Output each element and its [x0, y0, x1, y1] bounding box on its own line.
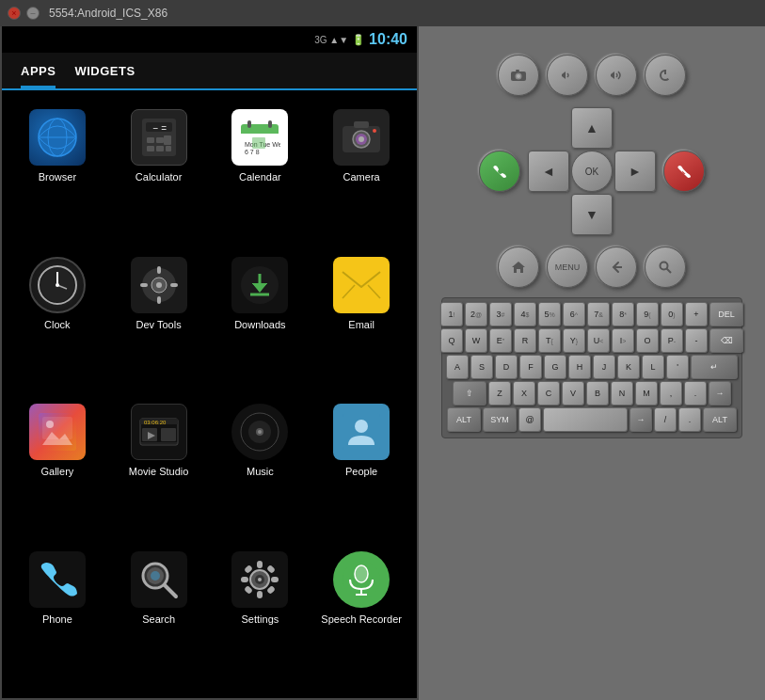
- tab-widgets[interactable]: WIDGETS: [74, 53, 135, 88]
- kb-key-i[interactable]: I>: [612, 328, 634, 353]
- tab-apps[interactable]: APPS: [21, 53, 56, 88]
- app-item-search[interactable]: Search: [108, 542, 210, 690]
- app-icon-clock: [29, 257, 86, 313]
- kb-key-9[interactable]: 9(: [636, 302, 659, 326]
- kb-key-6[interactable]: 6^: [563, 302, 585, 326]
- kb-key-s[interactable]: S: [470, 355, 493, 379]
- kb-key-minus[interactable]: -: [685, 328, 708, 353]
- camera-button[interactable]: [498, 55, 539, 96]
- kb-key-j[interactable]: J: [593, 355, 615, 379]
- svg-marker-86: [562, 72, 566, 79]
- kb-key-k[interactable]: K: [617, 355, 640, 379]
- app-item-speechrecorder[interactable]: Speech Recorder: [311, 542, 412, 690]
- kb-key-plus[interactable]: +: [685, 302, 708, 326]
- app-item-calendar[interactable]: Mon Tue Wed 6 7 8Calendar: [210, 100, 311, 247]
- minimize-button[interactable]: –: [26, 7, 40, 20]
- dpad-right-button[interactable]: ►: [614, 151, 656, 192]
- kb-key-l[interactable]: L: [642, 355, 664, 379]
- kb-key-1[interactable]: 1!: [440, 302, 463, 326]
- app-item-calculator[interactable]: − =Calculator: [108, 100, 210, 247]
- svg-line-66: [165, 585, 176, 597]
- kb-key-a[interactable]: A: [446, 355, 469, 379]
- dpad-left-button[interactable]: ◄: [528, 151, 569, 192]
- kb-key-8[interactable]: 8*: [612, 302, 634, 326]
- kb-key-0[interactable]: 0): [661, 302, 683, 326]
- kb-key-x[interactable]: X: [513, 381, 535, 406]
- app-icon-email: [333, 257, 390, 313]
- home-button[interactable]: [498, 247, 539, 288]
- app-item-settings[interactable]: Settings: [210, 542, 311, 690]
- kb-key-alt-right[interactable]: ALT: [703, 407, 737, 432]
- kb-row-qwerty: Q W E" R T{ Y} U< I> O P- - ⌫: [446, 328, 738, 353]
- kb-key-sym[interactable]: SYM: [483, 407, 517, 432]
- kb-key-comma[interactable]: ,: [660, 381, 682, 406]
- svg-rect-76: [244, 585, 253, 595]
- close-button[interactable]: ×: [8, 7, 21, 20]
- kb-key-b[interactable]: B: [586, 381, 609, 406]
- kb-key-2[interactable]: 2@: [465, 302, 487, 326]
- kb-key-u[interactable]: U<: [587, 328, 610, 353]
- app-item-browser[interactable]: Browser: [7, 100, 108, 247]
- kb-key-at[interactable]: @: [518, 407, 541, 432]
- kb-key-slash[interactable]: /: [654, 407, 677, 432]
- kb-key-arrow-right2[interactable]: →: [630, 407, 652, 432]
- kb-key-c[interactable]: C: [537, 381, 560, 406]
- app-item-downloads[interactable]: Downloads: [210, 247, 311, 395]
- kb-key-del2[interactable]: ⌫: [709, 328, 743, 353]
- kb-key-n[interactable]: N: [611, 381, 633, 406]
- app-item-phone[interactable]: Phone: [7, 542, 108, 690]
- svg-point-24: [359, 136, 364, 142]
- app-item-gallery[interactable]: Gallery: [7, 394, 108, 542]
- kb-key-v[interactable]: V: [562, 381, 584, 406]
- kb-key-g[interactable]: G: [544, 355, 566, 379]
- kb-key-m[interactable]: M: [635, 381, 658, 406]
- app-item-clock[interactable]: Clock: [7, 247, 108, 395]
- back-button[interactable]: [596, 247, 637, 288]
- call-red-button[interactable]: [663, 151, 705, 192]
- kb-key-q[interactable]: Q: [440, 328, 463, 353]
- menu-button[interactable]: MENU: [547, 247, 588, 288]
- kb-key-alt-left[interactable]: ALT: [447, 407, 481, 432]
- kb-key-space[interactable]: [543, 407, 628, 432]
- kb-key-enter[interactable]: ↵: [691, 355, 738, 379]
- kb-key-t[interactable]: T{: [538, 328, 561, 353]
- app-item-camera[interactable]: Camera: [311, 100, 412, 247]
- volume-down-button[interactable]: [547, 55, 588, 96]
- dpad-down-button[interactable]: ▼: [571, 194, 613, 235]
- kb-key-apostrophe[interactable]: ': [666, 355, 689, 379]
- kb-key-arrow-right[interactable]: →: [709, 381, 731, 406]
- call-row: ▲ ◄ OK ► ▼: [479, 107, 705, 235]
- app-item-devtools[interactable]: Dev Tools: [108, 247, 210, 395]
- kb-key-z[interactable]: Z: [488, 381, 511, 406]
- call-green-button[interactable]: [479, 151, 520, 192]
- svg-point-30: [56, 283, 59, 287]
- kb-key-4[interactable]: 4$: [514, 302, 536, 326]
- kb-key-e[interactable]: E": [489, 328, 512, 353]
- kb-key-h[interactable]: H: [568, 355, 591, 379]
- app-item-music[interactable]: Music: [210, 394, 311, 542]
- kb-key-w[interactable]: W: [465, 328, 487, 353]
- kb-key-r[interactable]: R: [514, 328, 536, 353]
- power-button[interactable]: [645, 55, 686, 96]
- kb-key-5[interactable]: 5%: [538, 302, 561, 326]
- app-item-movie[interactable]: 03:06:20Movie Studio: [108, 394, 210, 542]
- kb-key-period[interactable]: .: [684, 381, 707, 406]
- kb-key-del[interactable]: DEL: [709, 302, 743, 326]
- app-item-email[interactable]: Email: [311, 247, 412, 395]
- kb-key-shift[interactable]: ⇧: [453, 381, 486, 406]
- svg-point-33: [156, 282, 162, 288]
- app-item-people[interactable]: People: [311, 394, 412, 542]
- dpad-up-button[interactable]: ▲: [571, 107, 613, 149]
- kb-key-p[interactable]: P-: [661, 328, 683, 353]
- kb-key-y[interactable]: Y}: [563, 328, 585, 353]
- kb-key-o[interactable]: O: [636, 328, 659, 353]
- kb-key-f[interactable]: F: [519, 355, 542, 379]
- svg-rect-37: [170, 283, 178, 287]
- kb-key-3[interactable]: 3#: [489, 302, 512, 326]
- dpad-ok-button[interactable]: OK: [571, 151, 613, 192]
- search-ctrl-button[interactable]: [645, 247, 686, 288]
- kb-key-d[interactable]: D: [495, 355, 518, 379]
- kb-key-7[interactable]: 7&: [587, 302, 610, 326]
- kb-key-dot2[interactable]: .: [678, 407, 701, 432]
- volume-up-button[interactable]: [596, 55, 637, 96]
